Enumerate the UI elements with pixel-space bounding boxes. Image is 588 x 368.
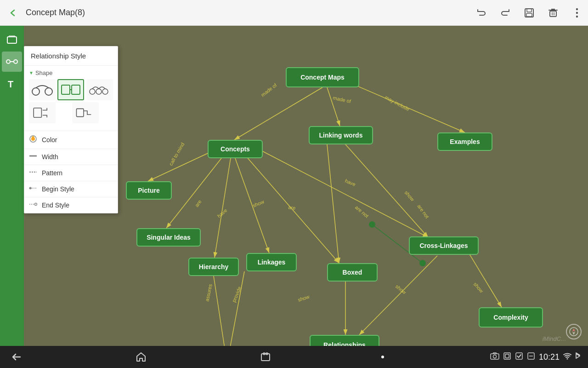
- svg-rect-2: [526, 13, 532, 17]
- nav-dot-1: [381, 356, 384, 358]
- node-singular-ideas[interactable]: Singular Ideas: [136, 228, 201, 247]
- panel-option-color[interactable]: Color: [24, 131, 118, 149]
- shape-triangle-icon: ▼: [29, 70, 34, 75]
- svg-point-12: [14, 60, 17, 63]
- shape-header: ▼ Shape: [29, 69, 113, 76]
- svg-rect-18: [72, 85, 80, 94]
- svg-text:T: T: [8, 79, 13, 89]
- shape-curved[interactable]: [29, 79, 56, 100]
- panel-option-end-style[interactable]: End Style: [24, 197, 118, 213]
- pattern-icon: [29, 169, 37, 177]
- svg-text:call to mind: call to mind: [168, 142, 185, 167]
- svg-point-31: [35, 203, 37, 206]
- svg-point-22: [102, 89, 108, 94]
- pattern-label: Pattern: [42, 169, 62, 177]
- more-button[interactable]: [566, 2, 588, 24]
- node-picture[interactable]: Picture: [126, 181, 172, 200]
- back-nav-button[interactable]: [7, 348, 26, 366]
- node-linkages[interactable]: Linkages: [246, 253, 297, 271]
- clock: 10:21: [539, 352, 560, 362]
- svg-rect-3: [550, 11, 556, 17]
- node-hierarchy[interactable]: Hierarchy: [188, 258, 239, 276]
- topbar: Concept Map(8): [0, 0, 588, 26]
- sidebar-btn-layer[interactable]: [2, 29, 22, 50]
- end-style-icon: [29, 201, 37, 209]
- panel-option-width[interactable]: Width: [24, 149, 118, 165]
- width-icon: [29, 153, 37, 161]
- undo-button[interactable]: [470, 2, 492, 24]
- svg-point-45: [369, 221, 375, 228]
- save-button[interactable]: [518, 2, 540, 24]
- toggle-icon: [527, 352, 535, 362]
- svg-point-82: [566, 358, 568, 360]
- sidebar: T: [0, 26, 24, 346]
- sidebar-btn-relationship[interactable]: [2, 52, 22, 72]
- svg-rect-72: [261, 354, 270, 361]
- home-nav-button[interactable]: [132, 348, 150, 366]
- panel-option-pattern[interactable]: Pattern: [24, 165, 118, 181]
- delete-button[interactable]: [542, 2, 564, 24]
- svg-line-42: [327, 144, 339, 263]
- shape-label: Shape: [35, 69, 53, 76]
- color-label: Color: [42, 136, 57, 144]
- svg-point-28: [29, 187, 32, 190]
- bluetooth-icon: [575, 352, 581, 362]
- svg-line-47: [214, 276, 226, 346]
- svg-point-7: [576, 12, 578, 13]
- svg-line-50: [465, 247, 502, 307]
- svg-rect-1: [527, 9, 531, 12]
- node-boxed[interactable]: Boxed: [327, 263, 378, 282]
- wifi-icon: [563, 352, 571, 362]
- svg-point-8: [576, 15, 578, 17]
- node-linking-words[interactable]: Linking words: [309, 126, 373, 144]
- svg-point-15: [32, 88, 40, 95]
- redo-button[interactable]: [494, 2, 516, 24]
- panel-title: Relationship Style: [24, 46, 118, 66]
- svg-point-16: [45, 88, 52, 95]
- svg-point-46: [419, 260, 426, 266]
- svg-point-20: [90, 89, 95, 94]
- back-button[interactable]: [0, 0, 26, 26]
- node-relationships[interactable]: Relationships: [310, 335, 379, 346]
- bottombar: 10:21: [0, 346, 588, 368]
- svg-text:show: show: [297, 294, 310, 303]
- svg-point-6: [576, 8, 578, 10]
- page-title: Concept Map(8): [26, 8, 470, 17]
- shape-grid-row2: [29, 102, 113, 123]
- panel-option-begin-style[interactable]: Begin Style: [24, 181, 118, 197]
- svg-line-48: [228, 271, 244, 346]
- node-cross-linkages[interactable]: Cross-Linkages: [409, 236, 479, 255]
- svg-rect-10: [9, 35, 15, 37]
- node-concept-maps[interactable]: Concept Maps: [286, 67, 359, 87]
- nav-dots: [381, 356, 384, 358]
- recents-nav-button[interactable]: [256, 348, 275, 366]
- node-concepts[interactable]: Concepts: [208, 140, 263, 158]
- status-icons: 10:21: [490, 352, 581, 362]
- sidebar-btn-text[interactable]: T: [2, 74, 22, 94]
- width-label: Width: [42, 153, 58, 161]
- shape-grid-row1: [29, 79, 113, 100]
- svg-text:made of: made of: [333, 95, 352, 104]
- watermark: iMindC...: [543, 335, 566, 342]
- svg-line-39: [235, 158, 269, 253]
- shape-step[interactable]: [72, 102, 99, 123]
- node-examples[interactable]: Examples: [437, 132, 492, 151]
- begin-style-icon: [29, 185, 37, 193]
- svg-marker-71: [572, 332, 575, 335]
- compass-button[interactable]: [566, 324, 582, 339]
- svg-text:made of: made of: [260, 82, 278, 98]
- shape-square[interactable]: [57, 79, 84, 100]
- node-complexity[interactable]: Complexity: [479, 307, 543, 328]
- begin-style-label: Begin Style: [42, 185, 74, 193]
- shape-bracket[interactable]: [29, 102, 56, 123]
- svg-rect-23: [34, 108, 41, 117]
- svg-line-36: [148, 149, 217, 181]
- svg-text:may include: may include: [384, 94, 410, 112]
- svg-text:assures: assures: [204, 283, 213, 302]
- screenshot-icon: [503, 352, 511, 362]
- svg-line-34: [327, 87, 340, 126]
- svg-rect-78: [505, 354, 509, 358]
- shape-double-curved[interactable]: [86, 79, 113, 100]
- shape-section: ▼ Shape: [24, 66, 118, 131]
- end-style-label: End Style: [42, 201, 69, 209]
